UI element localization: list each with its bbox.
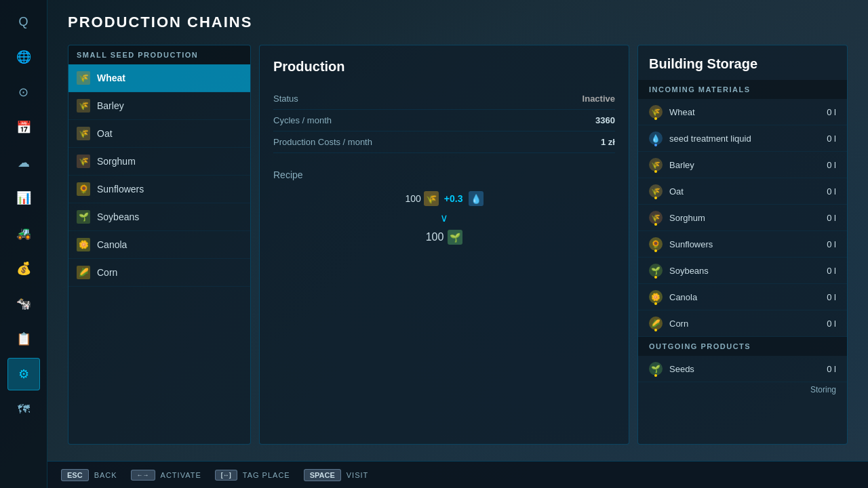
recipe-arrow: ∨ (273, 211, 615, 224)
soybeans-storage-icon: 🌱 (649, 264, 663, 277)
recipe-plus: +0.3 (444, 193, 463, 204)
chain-item-sunflowers[interactable]: 🌻 Sunflowers (68, 176, 250, 203)
storage-item-wheat: 🌾 Wheat 0 l (638, 99, 847, 125)
chain-panel: SMALL SEED PRODUCTION 🌾 Wheat 🌾 Barley 🌾… (68, 45, 251, 445)
storage-item-soybeans: 🌱 Soybeans 0 l (638, 258, 847, 284)
seeds-storage-amount: 0 l (827, 364, 836, 374)
steering-icon: ⊙ (18, 85, 28, 100)
chain-item-label-sunflowers: Sunflowers (97, 184, 144, 195)
barley-storage-icon: 🌾 (649, 158, 663, 171)
sidebar-item-stats[interactable]: 📊 (7, 182, 40, 214)
main-content: PRODUCTION CHAINS SMALL SEED PRODUCTION … (47, 0, 868, 461)
seeds-storage-name: Seeds (669, 364, 820, 374)
key-label-tagplace: TAG PLACE (243, 471, 290, 479)
corn-icon: 🌽 (77, 266, 90, 279)
key-label-activate: ACTIVATE (161, 471, 201, 479)
contracts-icon: 📋 (16, 331, 31, 346)
recipe-amount-wheat: 100 (406, 193, 421, 204)
sidebar-item-tractor[interactable]: 🚜 (7, 217, 40, 249)
stat-label-costs: Production Costs / month (273, 137, 372, 147)
sidebar-item-globe[interactable]: 🌐 (7, 41, 40, 73)
recipe-ingredient-wheat: 100 🌾 (406, 191, 439, 206)
sidebar-item-q[interactable]: Q (7, 5, 40, 38)
stat-label-status: Status (273, 94, 298, 104)
chain-item-corn[interactable]: 🌽 Corn (68, 259, 250, 287)
sidebar-item-production[interactable]: ⚙ (7, 358, 40, 390)
soybeans-icon: 🌱 (77, 210, 90, 224)
chain-section-header: SMALL SEED PRODUCTION (68, 45, 250, 64)
chain-item-label-barley: Barley (97, 100, 124, 111)
chain-item-label-wheat: Wheat (97, 73, 125, 83)
wheat-icon: 🌾 (77, 71, 90, 85)
production-stats: Status Inactive Cycles / month 3360 Prod… (273, 88, 615, 153)
production-icon: ⚙ (18, 367, 29, 382)
sidebar-item-animals[interactable]: 🐄 (7, 287, 40, 320)
globe-icon: 🌐 (16, 49, 31, 64)
key-tagplace: [↔] (215, 470, 237, 481)
key-activate: ←→ (131, 470, 155, 481)
key-label-back: BACK (94, 471, 117, 479)
sidebar-item-calendar[interactable]: 📅 (7, 111, 40, 144)
recipe-liquid-icon: 💧 (469, 191, 484, 206)
production-panel-title: Production (273, 59, 615, 75)
chain-item-wheat[interactable]: 🌾 Wheat (68, 64, 250, 92)
animals-icon: 🐄 (16, 296, 31, 311)
chain-item-sorghum[interactable]: 🌾 Sorghum (68, 148, 250, 176)
stat-row-status: Status Inactive (273, 88, 615, 110)
key-esc: ESC (61, 469, 89, 481)
chain-item-soybeans[interactable]: 🌱 Soybeans (68, 203, 250, 231)
recipe-title: Recipe (273, 169, 615, 180)
recipe-grain-icon: 🌾 (424, 191, 439, 206)
sunflowers-storage-name: Sunflowers (669, 239, 820, 249)
sunflowers-storage-icon: 🌻 (649, 237, 663, 251)
key-label-visit: VISIT (347, 471, 369, 479)
chain-item-canola[interactable]: 🌼 Canola (68, 231, 250, 259)
liquid-storage-amount: 0 l (827, 134, 836, 144)
key-btn-visit[interactable]: SPACE VISIT (304, 469, 369, 481)
storage-title: Building Storage (638, 45, 847, 80)
tractor-icon: 🚜 (16, 226, 31, 241)
seeds-storage-icon: 🌱 (649, 362, 663, 375)
sorghum-storage-name: Sorghum (669, 213, 820, 223)
sorghum-storage-amount: 0 l (827, 213, 836, 223)
liquid-storage-icon: 💧 (649, 131, 663, 145)
sidebar-item-money[interactable]: 💰 (7, 252, 40, 285)
barley-storage-amount: 0 l (827, 160, 836, 170)
storage-item-seed-liquid: 💧 seed treatment liquid 0 l (638, 125, 847, 152)
outgoing-header: OUTGOING PRODUCTS (638, 337, 847, 356)
sorghum-icon: 🌾 (77, 155, 90, 168)
canola-storage-icon: 🌼 (649, 290, 663, 304)
storage-item-sorghum: 🌾 Sorghum 0 l (638, 205, 847, 231)
chain-item-barley[interactable]: 🌾 Barley (68, 92, 250, 120)
chain-item-label-canola: Canola (97, 239, 127, 250)
oat-storage-amount: 0 l (827, 186, 836, 197)
production-panel: Production Status Inactive Cycles / mont… (259, 45, 629, 445)
storage-panel: Building Storage INCOMING MATERIALS 🌾 Wh… (637, 45, 848, 445)
bottom-bar: ESC BACK ←→ ACTIVATE [↔] TAG PLACE SPACE… (47, 461, 868, 488)
storage-item-oat: 🌾 Oat 0 l (638, 178, 847, 205)
storage-item-corn: 🌽 Corn 0 l (638, 310, 847, 337)
key-btn-activate[interactable]: ←→ ACTIVATE (131, 470, 201, 481)
sidebar-item-map[interactable]: 🗺 (7, 393, 40, 426)
stat-value-costs: 1 zł (601, 137, 615, 147)
recipe-input-row: 100 🌾 +0.3 💧 (273, 191, 615, 206)
sidebar-item-steering[interactable]: ⊙ (7, 76, 40, 108)
barley-icon: 🌾 (77, 99, 90, 113)
key-btn-tagplace[interactable]: [↔] TAG PLACE (215, 470, 290, 481)
recipe-ingredient-liquid: 💧 (469, 191, 484, 206)
chain-item-oat[interactable]: 🌾 Oat (68, 120, 250, 148)
wheat-storage-name: Wheat (669, 107, 820, 117)
canola-icon: 🌼 (77, 238, 90, 251)
sidebar-item-contracts[interactable]: 📋 (7, 323, 40, 355)
storing-label: Storing (638, 382, 847, 397)
wheat-storage-icon: 🌾 (649, 105, 663, 119)
key-btn-back[interactable]: ESC BACK (61, 469, 117, 481)
oat-storage-name: Oat (669, 186, 820, 197)
corn-storage-amount: 0 l (827, 319, 836, 329)
storage-item-sunflowers: 🌻 Sunflowers 0 l (638, 231, 847, 258)
calendar-icon: 📅 (16, 120, 31, 135)
sidebar: Q 🌐 ⊙ 📅 ☁ 📊 🚜 💰 🐄 📋 ⚙ 🗺 (0, 0, 47, 488)
recipe-output-amount: 100 (426, 231, 444, 243)
money-icon: 💰 (16, 261, 31, 276)
sidebar-item-weather[interactable]: ☁ (7, 146, 40, 179)
